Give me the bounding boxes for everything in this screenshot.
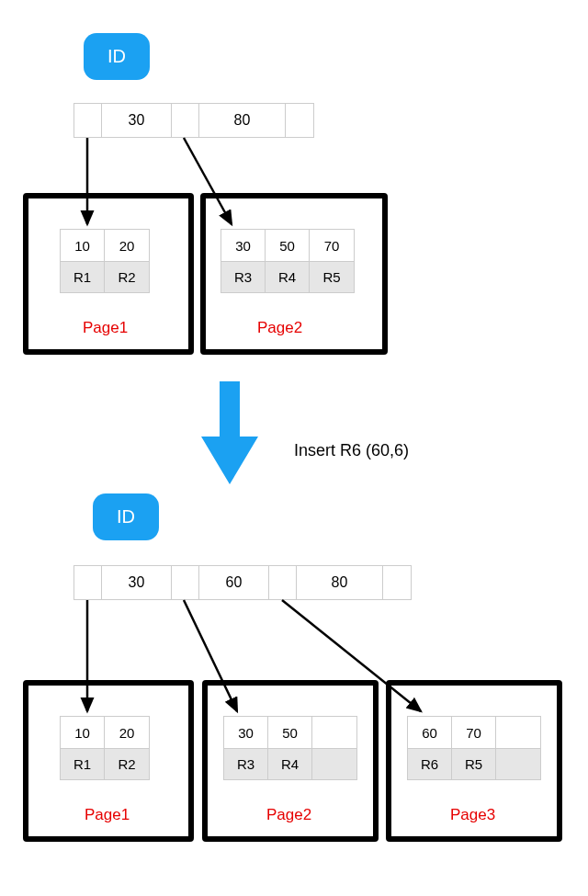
ref-cell: R3 [224,748,268,779]
leaf-table: 30 50 70 R3 R4 R5 [220,229,355,293]
root-ptr [172,104,199,137]
key-cell: 20 [105,230,149,261]
key-cell: 30 [221,230,266,261]
flow-arrow-icon [198,381,262,492]
key-cell: 70 [452,717,496,748]
key-cell: 70 [310,230,354,261]
leaf-table: 60 70 R6 R5 [407,716,541,780]
ref-cell: R1 [61,261,105,292]
root-key: 30 [102,566,172,599]
table-row: R6 R5 [408,748,540,779]
page-label: Page1 [83,319,128,337]
root-node-bottom: 30 60 80 [74,565,412,600]
table-row: 10 20 [61,230,149,261]
key-cell [496,717,540,748]
id-badge-top: ID [84,33,150,80]
table-row: R3 R4 [224,748,356,779]
ref-cell: R4 [268,748,312,779]
page-label: Page1 [85,806,130,824]
leaf-table: 10 20 R1 R2 [60,229,150,293]
page-label: Page2 [257,319,302,337]
root-ptr [74,566,102,599]
key-cell: 50 [268,717,312,748]
key-cell: 60 [408,717,452,748]
key-cell: 50 [266,230,310,261]
ref-cell [496,748,540,779]
insert-label: Insert R6 (60,6) [294,441,409,460]
key-cell: 10 [61,230,105,261]
leaf-table: 10 20 R1 R2 [60,716,150,780]
leaf-table: 30 50 R3 R4 [223,716,357,780]
table-row: 60 70 [408,717,540,748]
key-cell: 30 [224,717,268,748]
ref-cell: R2 [105,261,149,292]
ref-cell: R6 [408,748,452,779]
ref-cell [312,748,356,779]
root-ptr [269,566,297,599]
ref-cell: R4 [266,261,310,292]
table-row: R3 R4 R5 [221,261,354,292]
key-cell [312,717,356,748]
page-label: Page3 [450,806,495,824]
page-label: Page2 [266,806,311,824]
ref-cell: R2 [105,748,149,779]
root-key: 80 [199,104,286,137]
key-cell: 20 [105,717,149,748]
root-ptr [172,566,199,599]
ref-cell: R5 [452,748,496,779]
key-cell: 10 [61,717,105,748]
ref-cell: R5 [310,261,354,292]
root-ptr [286,104,313,137]
root-key: 60 [199,566,269,599]
ref-cell: R3 [221,261,266,292]
root-key: 30 [102,104,172,137]
table-row: 30 50 [224,717,356,748]
table-row: R1 R2 [61,261,149,292]
root-ptr [383,566,411,599]
table-row: 30 50 70 [221,230,354,261]
ref-cell: R1 [61,748,105,779]
root-ptr [74,104,102,137]
root-node-top: 30 80 [74,103,314,138]
root-key: 80 [297,566,383,599]
id-badge-bottom: ID [93,493,159,540]
table-row: R1 R2 [61,748,149,779]
table-row: 10 20 [61,717,149,748]
